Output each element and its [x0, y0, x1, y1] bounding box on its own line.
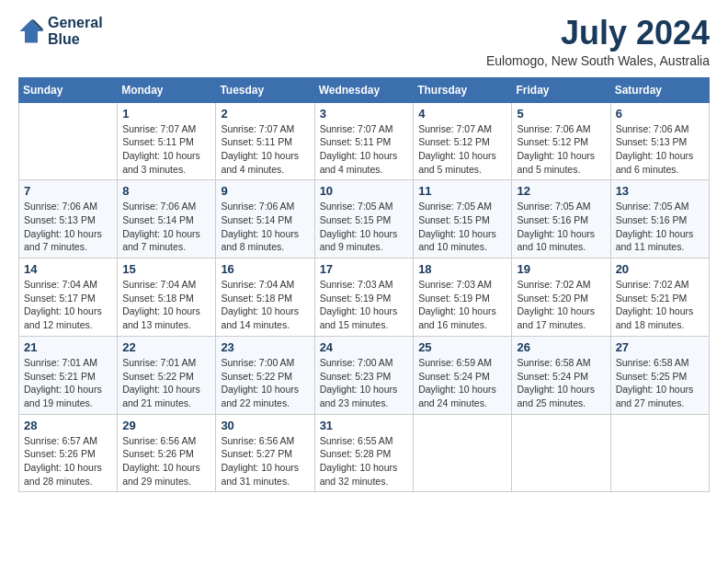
- weekday-header-monday: Monday: [118, 77, 216, 102]
- day-number: 21: [24, 340, 112, 354]
- day-info: Sunrise: 7:06 AMSunset: 5:12 PMDaylight:…: [517, 122, 605, 177]
- calendar-cell: 8 Sunrise: 7:06 AMSunset: 5:14 PMDayligh…: [118, 180, 216, 259]
- day-info: Sunrise: 6:55 AMSunset: 5:28 PMDaylight:…: [320, 434, 409, 488]
- day-info: Sunrise: 7:01 AMSunset: 5:21 PMDaylight:…: [24, 356, 112, 410]
- day-number: 20: [616, 262, 704, 276]
- day-info: Sunrise: 6:58 AMSunset: 5:24 PMDaylight:…: [517, 356, 605, 410]
- day-number: 31: [320, 419, 409, 432]
- calendar-week-row-2: 7 Sunrise: 7:06 AMSunset: 5:13 PMDayligh…: [19, 180, 710, 259]
- calendar-cell: 17 Sunrise: 7:03 AMSunset: 5:19 PMDaylig…: [314, 259, 414, 337]
- day-info: Sunrise: 6:58 AMSunset: 5:25 PMDaylight:…: [616, 356, 704, 410]
- calendar-cell: 1 Sunrise: 7:07 AMSunset: 5:11 PMDayligh…: [118, 102, 216, 180]
- calendar-cell: [19, 102, 118, 180]
- calendar-cell: 9 Sunrise: 7:06 AMSunset: 5:14 PMDayligh…: [216, 180, 314, 259]
- calendar-cell: 4 Sunrise: 7:07 AMSunset: 5:12 PMDayligh…: [414, 102, 512, 180]
- weekday-header-tuesday: Tuesday: [216, 77, 314, 102]
- calendar-cell: 26 Sunrise: 6:58 AMSunset: 5:24 PMDaylig…: [512, 336, 610, 414]
- calendar-cell: 30 Sunrise: 6:56 AMSunset: 5:27 PMDaylig…: [216, 414, 314, 492]
- calendar-cell: 25 Sunrise: 6:59 AMSunset: 5:24 PMDaylig…: [414, 336, 512, 414]
- day-number: 14: [24, 262, 112, 276]
- day-info: Sunrise: 7:00 AMSunset: 5:22 PMDaylight:…: [221, 356, 309, 410]
- day-number: 11: [418, 184, 506, 198]
- calendar-cell: 21 Sunrise: 7:01 AMSunset: 5:21 PMDaylig…: [19, 336, 118, 414]
- calendar-cell: 15 Sunrise: 7:04 AMSunset: 5:18 PMDaylig…: [118, 259, 216, 337]
- day-info: Sunrise: 6:56 AMSunset: 5:27 PMDaylight:…: [221, 434, 309, 488]
- calendar-cell: 7 Sunrise: 7:06 AMSunset: 5:13 PMDayligh…: [19, 180, 118, 259]
- day-number: 29: [122, 419, 210, 432]
- day-info: Sunrise: 7:04 AMSunset: 5:18 PMDaylight:…: [122, 278, 210, 332]
- calendar-cell: 6 Sunrise: 7:06 AMSunset: 5:13 PMDayligh…: [610, 102, 709, 180]
- day-info: Sunrise: 7:03 AMSunset: 5:19 PMDaylight:…: [418, 278, 506, 332]
- day-number: 10: [320, 184, 409, 198]
- day-info: Sunrise: 7:01 AMSunset: 5:22 PMDaylight:…: [122, 356, 210, 410]
- calendar-week-row-5: 28 Sunrise: 6:57 AMSunset: 5:26 PMDaylig…: [19, 414, 710, 492]
- calendar-cell: 10 Sunrise: 7:05 AMSunset: 5:15 PMDaylig…: [314, 180, 414, 259]
- day-number: 4: [418, 107, 506, 121]
- day-info: Sunrise: 7:07 AMSunset: 5:11 PMDaylight:…: [320, 122, 409, 177]
- day-info: Sunrise: 7:02 AMSunset: 5:20 PMDaylight:…: [517, 278, 605, 332]
- calendar-cell: [610, 414, 709, 492]
- calendar-cell: 19 Sunrise: 7:02 AMSunset: 5:20 PMDaylig…: [512, 259, 610, 337]
- day-info: Sunrise: 7:04 AMSunset: 5:17 PMDaylight:…: [24, 278, 112, 332]
- title-block: July 2024 Eulomogo, New South Wales, Aus…: [486, 15, 710, 68]
- weekday-header-thursday: Thursday: [414, 77, 512, 102]
- day-info: Sunrise: 7:05 AMSunset: 5:16 PMDaylight:…: [517, 200, 605, 254]
- weekday-header-sunday: Sunday: [19, 77, 118, 102]
- calendar-table: SundayMondayTuesdayWednesdayThursdayFrid…: [18, 77, 710, 493]
- day-number: 22: [122, 340, 210, 354]
- calendar-cell: [512, 414, 610, 492]
- day-number: 2: [221, 107, 309, 121]
- day-info: Sunrise: 6:56 AMSunset: 5:26 PMDaylight:…: [122, 434, 210, 488]
- day-info: Sunrise: 6:57 AMSunset: 5:26 PMDaylight:…: [24, 434, 112, 488]
- day-info: Sunrise: 6:59 AMSunset: 5:24 PMDaylight:…: [418, 356, 506, 410]
- day-info: Sunrise: 7:04 AMSunset: 5:18 PMDaylight:…: [221, 278, 309, 332]
- calendar-cell: 20 Sunrise: 7:02 AMSunset: 5:21 PMDaylig…: [610, 259, 709, 337]
- day-number: 27: [616, 340, 704, 354]
- calendar-cell: 11 Sunrise: 7:05 AMSunset: 5:15 PMDaylig…: [414, 180, 512, 259]
- location-title: Eulomogo, New South Wales, Australia: [486, 53, 710, 68]
- weekday-header-wednesday: Wednesday: [314, 77, 414, 102]
- calendar-cell: 18 Sunrise: 7:03 AMSunset: 5:19 PMDaylig…: [414, 259, 512, 337]
- day-info: Sunrise: 7:03 AMSunset: 5:19 PMDaylight:…: [320, 278, 409, 332]
- calendar-cell: [414, 414, 512, 492]
- day-number: 18: [418, 262, 506, 276]
- calendar-cell: 5 Sunrise: 7:06 AMSunset: 5:12 PMDayligh…: [512, 102, 610, 180]
- day-info: Sunrise: 7:05 AMSunset: 5:16 PMDaylight:…: [616, 200, 704, 254]
- day-number: 16: [221, 262, 309, 276]
- day-number: 3: [320, 107, 409, 121]
- calendar-cell: 31 Sunrise: 6:55 AMSunset: 5:28 PMDaylig…: [314, 414, 414, 492]
- day-info: Sunrise: 7:06 AMSunset: 5:13 PMDaylight:…: [616, 122, 704, 177]
- calendar-cell: 14 Sunrise: 7:04 AMSunset: 5:17 PMDaylig…: [19, 259, 118, 337]
- day-number: 30: [221, 419, 309, 432]
- day-info: Sunrise: 7:05 AMSunset: 5:15 PMDaylight:…: [418, 200, 506, 254]
- day-info: Sunrise: 7:06 AMSunset: 5:14 PMDaylight:…: [221, 200, 309, 254]
- calendar-week-row-1: 1 Sunrise: 7:07 AMSunset: 5:11 PMDayligh…: [19, 102, 710, 180]
- day-number: 19: [517, 262, 605, 276]
- calendar-cell: 16 Sunrise: 7:04 AMSunset: 5:18 PMDaylig…: [216, 259, 314, 337]
- calendar-cell: 12 Sunrise: 7:05 AMSunset: 5:16 PMDaylig…: [512, 180, 610, 259]
- month-title: July 2024: [486, 15, 710, 52]
- page-header: General Blue July 2024 Eulomogo, New Sou…: [18, 15, 710, 68]
- calendar-cell: 27 Sunrise: 6:58 AMSunset: 5:25 PMDaylig…: [610, 336, 709, 414]
- calendar-cell: 22 Sunrise: 7:01 AMSunset: 5:22 PMDaylig…: [118, 336, 216, 414]
- day-number: 8: [122, 184, 210, 198]
- day-number: 9: [221, 184, 309, 198]
- calendar-cell: 2 Sunrise: 7:07 AMSunset: 5:11 PMDayligh…: [216, 102, 314, 180]
- calendar-cell: 28 Sunrise: 6:57 AMSunset: 5:26 PMDaylig…: [19, 414, 118, 492]
- logo: General Blue: [18, 15, 103, 47]
- day-info: Sunrise: 7:05 AMSunset: 5:15 PMDaylight:…: [320, 200, 409, 254]
- day-number: 25: [418, 340, 506, 354]
- day-number: 15: [122, 262, 210, 276]
- day-info: Sunrise: 7:00 AMSunset: 5:23 PMDaylight:…: [320, 356, 409, 410]
- logo-icon: [18, 18, 44, 44]
- day-number: 23: [221, 340, 309, 354]
- calendar-week-row-3: 14 Sunrise: 7:04 AMSunset: 5:17 PMDaylig…: [19, 259, 710, 337]
- day-number: 26: [517, 340, 605, 354]
- day-number: 6: [616, 107, 704, 121]
- day-number: 24: [320, 340, 409, 354]
- day-info: Sunrise: 7:07 AMSunset: 5:11 PMDaylight:…: [122, 122, 210, 177]
- weekday-header-row: SundayMondayTuesdayWednesdayThursdayFrid…: [19, 77, 710, 102]
- day-number: 12: [517, 184, 605, 198]
- day-info: Sunrise: 7:06 AMSunset: 5:13 PMDaylight:…: [24, 200, 112, 254]
- day-number: 13: [616, 184, 704, 198]
